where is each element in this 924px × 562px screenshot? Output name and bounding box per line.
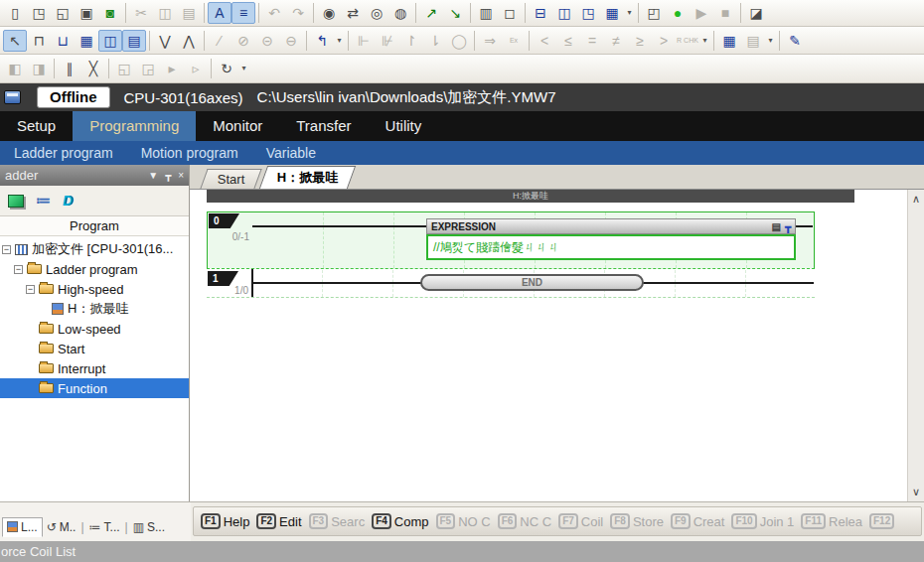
select-mode-icon[interactable]: ↖ (3, 30, 27, 52)
menu-transfer[interactable]: Transfer (279, 111, 368, 141)
bottom-tab-motion[interactable]: ↺ M.. (43, 518, 80, 536)
submenu-motion-program[interactable]: Motion program (127, 141, 252, 165)
jump-icon[interactable]: ↰ (310, 30, 334, 52)
drag-apply-icon[interactable]: ◲ (136, 58, 160, 79)
nc-contact-icon[interactable]: ⊮ (376, 30, 399, 52)
window-arrange-dropdown-icon[interactable]: ▾ (624, 2, 635, 24)
panel-collapse-icon[interactable]: ▼ (148, 170, 158, 181)
insert-column-icon[interactable]: ◫ (98, 30, 122, 52)
fkey-f5-button[interactable]: F5NO C (436, 513, 491, 529)
expander-icon[interactable] (2, 245, 11, 254)
bottom-tab-transfer[interactable]: ≔ T... (85, 518, 124, 536)
online-indicator-icon[interactable]: ● (666, 2, 690, 24)
rung-0[interactable]: 0 0/-1 EXPRESSION ▤ ┳ //鳩烮て賤躊儈髮ㄐㄐㄐ (207, 211, 815, 269)
fkey-f7-button[interactable]: F7Coil (558, 513, 603, 529)
pin-icon[interactable]: ┳ (785, 221, 791, 232)
compare-gt-icon[interactable]: > (652, 30, 676, 52)
compare-ge-icon[interactable]: ≥ (628, 30, 652, 52)
save-project-icon[interactable]: ◱ (51, 2, 75, 24)
fkey-f8-button[interactable]: F8Store (610, 513, 664, 529)
find-in-project-icon[interactable]: ◎ (365, 2, 388, 24)
compare-ne-icon[interactable]: ≠ (604, 30, 628, 52)
cross-reference-next-icon[interactable]: ↘ (443, 2, 467, 24)
fkey-f6-button[interactable]: F6NC C (498, 513, 551, 529)
transfer-write-icon[interactable]: ◙ (98, 2, 122, 24)
insert-cell-before-icon[interactable]: ◧ (3, 58, 27, 79)
coil-open-icon[interactable]: ⊝ (255, 30, 279, 52)
compare-eq-icon[interactable]: = (580, 30, 604, 52)
ladder-canvas[interactable]: H:掀最哇 0 0/-1 EXPRESSION ▤ ┳ (190, 190, 924, 501)
pen-edit-icon[interactable]: ✎ (783, 30, 807, 52)
range-check-icon[interactable]: R CHK (676, 30, 699, 52)
grid-display-icon[interactable]: ▦ (75, 30, 98, 52)
scroll-down-icon[interactable]: ∨ (912, 486, 920, 498)
insert-row-icon[interactable]: ▤ (122, 30, 146, 52)
insert-rung-icon[interactable]: ⊓ (27, 30, 51, 52)
drag-store-icon[interactable]: ◱ (112, 58, 136, 79)
expander-icon[interactable] (26, 285, 35, 294)
stop-icon[interactable]: ■ (713, 2, 737, 24)
fkey-f4-button[interactable]: F4Comp (372, 513, 428, 529)
store-instruction-icon[interactable]: ⇒ (478, 30, 502, 52)
print-preview-icon[interactable]: ◻ (498, 2, 522, 24)
table-display-icon[interactable]: ▦ (717, 30, 741, 52)
fkey-f12-button[interactable]: F12 (869, 513, 897, 529)
run-icon[interactable]: ▶ (690, 2, 713, 24)
save-file-icon[interactable]: ▣ (75, 2, 98, 24)
tree-item-project[interactable]: 加密文件 [CPU-301(16... (0, 239, 189, 259)
window-fit-icon[interactable]: ◳ (576, 2, 600, 24)
paste-icon[interactable]: ▤ (177, 2, 201, 24)
rising-pulse-icon[interactable]: ↾ (399, 30, 423, 52)
vertical-scrollbar[interactable]: ∧ ∨ (907, 190, 924, 501)
replace-icon[interactable]: ⇄ (341, 2, 365, 24)
open-project-icon[interactable]: ◳ (27, 2, 51, 24)
insert-instruction-icon[interactable]: ⊔ (51, 30, 75, 52)
compare-le-icon[interactable]: ≤ (556, 30, 580, 52)
undo-icon[interactable]: ↶ (262, 2, 286, 24)
scroll-up-icon[interactable]: ∧ (912, 193, 920, 206)
tree-item-low-speed[interactable]: Low-speed (0, 319, 189, 339)
delete-selection-icon[interactable]: ╳ (81, 58, 105, 79)
register-list-icon[interactable]: ◰ (642, 2, 666, 24)
loop-back-icon[interactable]: ↻ (215, 58, 238, 79)
new-file-icon[interactable]: ▯ (3, 2, 27, 24)
fkey-f1-button[interactable]: F1Help (201, 513, 249, 529)
bookmark-set-icon[interactable]: ▸ (160, 58, 184, 79)
end-instruction-block[interactable]: END (420, 274, 644, 291)
tree-item-ladder-program[interactable]: Ladder program (0, 259, 189, 279)
insert-row-below-icon[interactable]: ⋁ (153, 30, 177, 52)
copy-icon[interactable]: ◫ (153, 2, 177, 24)
comment-display-icon[interactable]: A (208, 2, 231, 24)
bookmark-clear-icon[interactable]: ▹ (184, 58, 208, 79)
expression-instruction-icon[interactable]: Ex Press (502, 30, 526, 52)
fkey-f11-button[interactable]: F11Relea (801, 513, 862, 529)
submenu-ladder-program[interactable]: Ladder program (0, 141, 127, 165)
watch-dropdown-icon[interactable]: ▾ (765, 30, 776, 52)
compare-lt-icon[interactable]: < (533, 30, 556, 52)
coil-closed-icon[interactable]: ⊖ (279, 30, 303, 52)
new-program-stack-icon[interactable] (8, 195, 24, 208)
tree-item-high-speed[interactable]: High-speed (0, 279, 189, 299)
insert-row-above-icon[interactable]: ⋀ (177, 30, 201, 52)
split-horizontal-icon[interactable]: ⊟ (529, 2, 552, 24)
falling-pulse-icon[interactable]: ⇂ (423, 30, 447, 52)
zoom-icon[interactable]: ◍ (388, 2, 412, 24)
force-on-icon[interactable]: ⁄ (208, 30, 231, 52)
no-contact-icon[interactable]: ⊩ (352, 30, 376, 52)
tree-item-start[interactable]: Start (0, 339, 189, 358)
engineering-manager-icon[interactable]: ◪ (744, 2, 768, 24)
property-list-icon[interactable]: ≡ (231, 2, 255, 24)
compare-dropdown-icon[interactable]: ▾ (699, 30, 710, 52)
window-arrange-icon[interactable]: ▦ (600, 2, 624, 24)
coil-icon[interactable]: ◯ (447, 30, 471, 52)
cross-reference-icon[interactable]: ↗ (419, 2, 443, 24)
expander-icon[interactable] (14, 265, 23, 274)
logic-gate-icon[interactable]: D (63, 193, 73, 209)
fkey-f3-button[interactable]: F3Searc (309, 513, 366, 529)
find-icon[interactable]: ◉ (317, 2, 341, 24)
force-off-icon[interactable]: ⊘ (231, 30, 255, 52)
tree-item-h-program[interactable]: H：掀最哇 (0, 299, 189, 319)
redo-icon[interactable]: ↷ (286, 2, 310, 24)
menu-monitor[interactable]: Monitor (196, 111, 279, 141)
jump-dropdown-icon[interactable]: ▾ (334, 30, 345, 52)
